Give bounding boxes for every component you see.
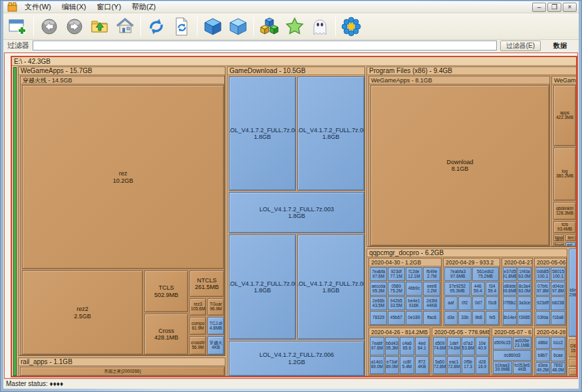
drive-e[interactable]: E:\ - 42.3GBWeGameApps - 15.7GB穿越火线 - 14… <box>11 56 577 377</box>
folder-2020-04-29[interactable]: 2020-04-29 - 933.27eabfa3 97.6MB561edb2 … <box>443 258 500 326</box>
file-block[interactable]: be4e1 916K <box>406 296 423 310</box>
file-block[interactable]: f16a8 <box>551 311 565 325</box>
free-space-button[interactable] <box>257 15 281 39</box>
file-block[interactable]: 923df 77.1M <box>388 267 405 281</box>
file-block[interactable]: 58015 100.1 <box>551 267 565 281</box>
menu-window[interactable]: 窗口(Y) <box>92 1 126 13</box>
file-lol-7z-004[interactable]: LOL_V4.1.7.2_FULL.7z.00 1.8GB <box>229 235 296 340</box>
file-block[interactable]: 07f58c3 <box>503 296 517 310</box>
file-block[interactable]: fe5 <box>486 311 499 325</box>
configure-button[interactable] <box>339 15 363 39</box>
file-block[interactable]: 9b8 <box>472 311 486 325</box>
file-block[interactable]: 923dff <box>535 296 550 310</box>
file-block[interactable]: b1c2 <box>551 337 565 349</box>
minimize-button[interactable]: – <box>532 3 546 12</box>
file-block[interactable]: f3c8 <box>486 296 499 310</box>
dir-d8[interactable]: D8 15 <box>569 340 577 357</box>
rescan-button[interactable] <box>144 15 168 39</box>
file-block[interactable]: 10e 40.9 <box>476 337 489 355</box>
forward-button[interactable] <box>63 15 86 39</box>
file-chuanyuehuo[interactable]: 穿越火 4KB <box>208 336 224 355</box>
dir-tinys[interactable]: tinys <box>553 243 564 246</box>
dir-rez2[interactable]: rez2 2.5GB <box>22 270 143 355</box>
file-block[interactable]: e73af 89.0M <box>385 356 400 375</box>
file-block[interactable]: aeccda 95.3M <box>370 282 387 296</box>
menu-edit[interactable]: 编辑(X) <box>57 1 91 13</box>
restore-button[interactable]: ❐ <box>547 3 561 12</box>
file-wg[interactable]: wg_ <box>565 243 576 246</box>
folder-2020-04-28[interactable]: 2020-04-28d86db1c2b8b76caed3ea 49.2M7892… <box>534 328 567 375</box>
more-detail-button[interactable] <box>226 15 250 39</box>
file-block[interactable]: d509 74.6M <box>433 337 446 355</box>
file-block[interactable]: f34 59.4 <box>486 282 500 296</box>
file-block[interactable]: 7eabf 97.6M <box>370 337 384 355</box>
dir-tguar[interactable]: TGuar 96.9M <box>208 298 224 316</box>
unknown-space-button[interactable] <box>283 15 307 39</box>
file-block[interactable]: 3a3ce <box>517 296 531 310</box>
file-block[interactable]: 0d7 <box>472 296 486 310</box>
file-block[interactable]: ffac6 <box>423 311 440 325</box>
file-block[interactable]: 0f2 <box>458 296 472 310</box>
menu-file[interactable]: 文件(W) <box>20 1 56 13</box>
folder-wegame[interactable]: WeGame -apps 422.3MBlog 380.2MBqbblinktr… <box>551 76 577 246</box>
file-block[interactable]: 942b5 33.5M <box>388 296 405 310</box>
file-block[interactable]: f12de 12.1M <box>406 267 423 281</box>
file-block[interactable]: ad8dde2 89.6MB <box>503 282 517 296</box>
menu-help[interactable]: 帮助(Z) <box>127 1 160 13</box>
file-block[interactable]: 7eabfa3 97.6MB <box>444 267 472 281</box>
file-lol-7z-005[interactable]: LOL_V4.1.7.2_FULL.7z.00 1.8GB <box>297 235 364 340</box>
filter-button[interactable]: 过滤器(E) <box>500 41 541 51</box>
folder-wegameapps-pf[interactable]: WeGameApps - 8.1GBDownload 8.1GB <box>368 76 550 246</box>
folder-gamedownload[interactable]: GameDownload - 10.5GBLOL_V4.1.7.2_FULL.7… <box>227 66 365 377</box>
close-button[interactable]: × <box>563 3 577 12</box>
dir-ntcls[interactable]: NTCLS 261.5MB <box>190 270 224 297</box>
dir-small-1[interactable] <box>569 359 577 367</box>
filter-help-label[interactable]: 数据 <box>553 41 567 50</box>
file-block[interactable]: ad326e 23.1MB <box>513 337 532 349</box>
ghost-button[interactable] <box>308 15 332 39</box>
parent-folder-button[interactable] <box>88 15 112 39</box>
dir-yueyuanzhiye[interactable]: 月圆之夜(2000266) <box>20 367 225 376</box>
file-block[interactable]: eee8 2.2M <box>423 282 440 296</box>
file-block[interactable]: 2d3fd 44KB <box>423 296 440 310</box>
file-block[interactable]: 6cae <box>551 349 565 361</box>
file-block[interactable]: a14d1 89.0M <box>370 356 384 375</box>
filter-input[interactable] <box>33 41 497 50</box>
file-block[interactable]: 37e9252 95.3MB <box>444 282 470 296</box>
file-block[interactable]: 1def 74.6M <box>447 337 460 355</box>
file-block[interactable]: ee37d59 91.8MB <box>503 267 517 281</box>
file-block[interactable]: f3985 <box>517 311 531 325</box>
file-block[interactable]: 1f40a 63.0M <box>517 267 531 281</box>
dir-crossfir[interactable]: crossfir 56.9M <box>190 336 206 355</box>
file-block[interactable]: 0f5b 17.3 <box>462 356 475 375</box>
dir-tcls-small[interactable]: tcls 93.4MB <box>553 221 576 233</box>
file-block[interactable]: b8b7 <box>535 349 550 361</box>
dir-tgpp[interactable]: tgpp <box>553 235 564 241</box>
file-block[interactable]: d04ce 97.8M <box>551 282 565 296</box>
file-block[interactable]: ff72 4KB <box>415 356 430 375</box>
file-block[interactable]: 46b9c <box>406 282 423 296</box>
file-block[interactable]: d28 16.9 <box>476 356 489 375</box>
file-block[interactable]: 0e189 <box>406 311 423 325</box>
dir-ten[interactable]: ten <box>565 235 576 241</box>
file-block[interactable]: 33b <box>458 311 472 325</box>
file-block[interactable]: dc860d3 <box>493 350 531 361</box>
file-block[interactable]: 5a50 72.8M <box>433 356 446 375</box>
file-block[interactable]: c4a6 65.6 <box>400 337 414 355</box>
file-block[interactable]: 45b67 <box>388 311 405 325</box>
file-block[interactable]: b1baa3 39.9MB <box>493 361 512 374</box>
file-block[interactable]: 446 59.4 <box>471 282 485 296</box>
folder-2020-04-27[interactable]: 2020-04-27 - 77ee37d59 91.8MB1f40a 63.0M… <box>502 258 533 326</box>
file-block[interactable]: 561edb2 75.2MB <box>472 267 500 281</box>
folder-railapps[interactable]: rail_apps - 1.1GB月圆之夜(2000266) <box>18 357 225 377</box>
folder-2020-05-07[interactable]: 2020-05-07 - 619d509c15ad326e 23.1MBdc86… <box>492 328 533 375</box>
refresh-selection-button[interactable] <box>170 15 194 39</box>
file-block[interactable]: 2e66b 43.5M <box>370 296 387 310</box>
dir-log[interactable]: log 380.2MB <box>553 147 576 201</box>
folder-2020-04-26[interactable]: 2020-04-26 - 814.2MB7eabf 97.6Mb6d43 95.… <box>368 328 430 375</box>
file-lol-7z-002[interactable]: LOL_V4.1.7.2_FULL.7z.00 1.8GB <box>297 76 364 191</box>
file-block[interactable]: 4ed 64.1 <box>415 337 430 355</box>
dir-qbblinktri[interactable]: qbblinktri 128.3MB <box>553 202 576 220</box>
file-block[interactable]: eac1 72.8M <box>447 356 460 375</box>
dir-tcls[interactable]: TCLS 502.9MB <box>144 270 188 312</box>
